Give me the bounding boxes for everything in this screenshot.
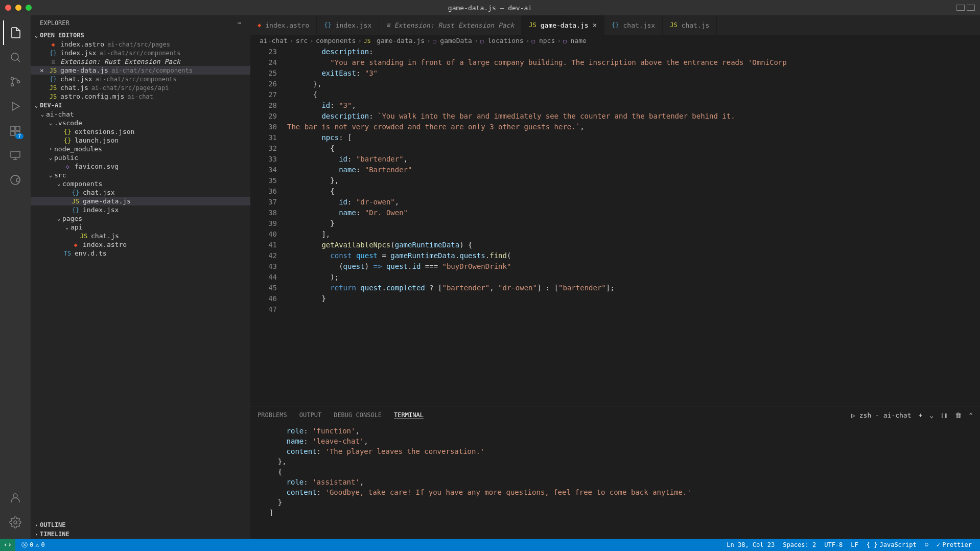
breadcrumb-item[interactable]: ▢ locations <box>480 37 524 44</box>
timeline-header[interactable]: › TIMELINE <box>31 530 250 539</box>
file-item[interactable]: TSenv.d.ts <box>31 249 250 258</box>
breadcrumb-item[interactable]: ▢ npcs <box>532 37 555 44</box>
close-tab-icon[interactable]: × <box>593 21 597 29</box>
file-name: chat.jsx <box>83 189 115 196</box>
folder-item[interactable]: ⌄src <box>31 171 250 179</box>
jsx-file-icon: {} <box>324 21 331 29</box>
status-spaces[interactable]: Spaces: 2 <box>779 541 820 548</box>
status-cursor[interactable]: Ln 38, Col 23 <box>722 541 779 548</box>
code-content[interactable]: description: "You are standing in front … <box>287 47 980 406</box>
kill-terminal-icon[interactable]: 🗑 <box>955 411 962 419</box>
status-encoding[interactable]: UTF-8 <box>820 541 847 548</box>
terminal-output[interactable]: role: 'function', name: 'leave-chat', co… <box>250 424 980 539</box>
file-item[interactable]: JSgame-data.js <box>31 197 250 205</box>
chevron-down-icon: ⌄ <box>63 224 71 231</box>
remote-explorer-icon[interactable] <box>3 143 28 168</box>
open-editor-item[interactable]: JSchat.jsai-chat/src/pages/api <box>31 83 250 92</box>
file-item[interactable]: ◆index.astro <box>31 240 250 249</box>
terminal-dropdown-icon[interactable]: ⌄ <box>929 411 934 419</box>
svg-file-icon: ◇ <box>62 163 73 170</box>
panel-tab-output[interactable]: OUTPUT <box>299 411 321 419</box>
explorer-icon[interactable] <box>3 20 28 45</box>
run-debug-icon[interactable] <box>3 94 28 119</box>
breadcrumb-item[interactable]: ▢ gameData <box>433 37 472 44</box>
folder-name: ai-chat <box>46 110 74 118</box>
editor-tab[interactable]: ◆index.astro <box>250 15 317 35</box>
accounts-icon[interactable] <box>3 486 28 510</box>
chevron-down-icon: ⌄ <box>47 172 54 178</box>
file-name: chat.js <box>91 232 119 240</box>
minimize-window[interactable] <box>15 5 21 11</box>
file-item[interactable]: {}extensions.json <box>31 127 250 136</box>
remote-button[interactable] <box>0 539 15 551</box>
line-gutter: 2324252627282930313233343536373839404142… <box>250 47 287 406</box>
status-errors[interactable]: ⓧ0 ⚠0 <box>17 541 49 549</box>
project-header[interactable]: ⌄ DEV-AI <box>31 101 250 110</box>
editor[interactable]: 2324252627282930313233343536373839404142… <box>250 47 980 406</box>
file-item[interactable]: ◇favicon.svg <box>31 162 250 171</box>
folder-item[interactable]: ⌄components <box>31 179 250 188</box>
settings-icon[interactable] <box>3 510 28 535</box>
open-editors-header[interactable]: ⌄ OPEN EDITORS <box>31 31 250 40</box>
breadcrumbs[interactable]: ai-chat›src›components›JS game-data.js›▢… <box>250 35 980 47</box>
open-editor-item[interactable]: {}index.jsxai-chat/src/components <box>31 49 250 57</box>
file-path: ai-chat/src/components <box>111 67 193 74</box>
breadcrumb-item[interactable]: ▢ name <box>563 37 587 44</box>
editor-tab[interactable]: JSchat.js <box>663 15 717 35</box>
panel-tab-terminal[interactable]: TERMINAL <box>394 411 424 419</box>
extensions-icon[interactable]: 7 <box>3 119 28 143</box>
close-editor-icon[interactable]: × <box>36 66 48 74</box>
astro-file-icon: ◆ <box>258 21 261 29</box>
file-name: astro.config.mjs <box>60 93 124 100</box>
folder-item[interactable]: ⌄public <box>31 153 250 162</box>
json-file-icon: {} <box>62 137 73 144</box>
open-editor-item[interactable]: ≡Extension: Rust Extension Pack <box>31 57 250 66</box>
editor-tab[interactable]: {}chat.jsx <box>604 15 663 35</box>
folder-item[interactable]: ⌄ai-chat <box>31 110 250 119</box>
maximize-window[interactable] <box>26 5 32 11</box>
maximize-panel-icon[interactable]: ⌃ <box>969 411 973 419</box>
breadcrumb-item[interactable]: ai-chat <box>260 37 288 44</box>
status-feedback-icon[interactable]: ☺ <box>921 541 932 548</box>
folder-item[interactable]: ⌄pages <box>31 214 250 223</box>
split-terminal-icon[interactable]: ⫿⫿ <box>941 411 948 419</box>
more-icon[interactable]: ⋯ <box>238 19 241 27</box>
file-item[interactable]: {}launch.json <box>31 136 250 145</box>
terminal-selector[interactable]: ▷ zsh - ai-chat <box>851 411 911 419</box>
file-item[interactable]: {}chat.jsx <box>31 188 250 197</box>
file-item[interactable]: JSchat.js <box>31 232 250 240</box>
open-editor-item[interactable]: ×JSgame-data.jsai-chat/src/components <box>31 66 250 75</box>
panel-tab-debug-console[interactable]: DEBUG CONSOLE <box>334 411 382 419</box>
editor-tab[interactable]: JSgame-data.js× <box>522 15 604 35</box>
panel-tab-problems[interactable]: PROBLEMS <box>258 411 287 419</box>
breadcrumb-item[interactable]: components <box>316 37 356 44</box>
status-lang[interactable]: { } JavaScript <box>862 541 921 548</box>
breadcrumb-item[interactable]: src <box>296 37 308 44</box>
editor-tab[interactable]: ≡Extension: Rust Extension Pack <box>379 15 522 35</box>
svg-point-10 <box>13 494 17 498</box>
search-icon[interactable] <box>3 45 28 70</box>
tab-label: Extension: Rust Extension Pack <box>394 21 514 29</box>
edge-icon[interactable] <box>3 168 28 192</box>
file-name: chat.js <box>60 84 88 91</box>
open-editor-item[interactable]: {}chat.jsxai-chat/src/components <box>31 75 250 83</box>
folder-name: api <box>71 223 82 231</box>
close-window[interactable] <box>5 5 11 11</box>
toggle-sidebar-icon[interactable] <box>967 5 975 11</box>
open-editor-item[interactable]: JSastro.config.mjsai-chat <box>31 92 250 101</box>
outline-header[interactable]: › OUTLINE <box>31 520 250 530</box>
folder-item[interactable]: ⌄api <box>31 223 250 232</box>
editor-tab[interactable]: {}index.jsx <box>317 15 379 35</box>
new-terminal-icon[interactable]: + <box>919 411 923 419</box>
open-editor-item[interactable]: ◆index.astroai-chat/src/pages <box>31 40 250 49</box>
file-item[interactable]: {}index.jsx <box>31 205 250 214</box>
bottom-panel: PROBLEMSOUTPUTDEBUG CONSOLETERMINAL ▷ zs… <box>250 406 980 539</box>
folder-item[interactable]: ›node_modules <box>31 145 250 153</box>
breadcrumb-item[interactable]: JS game-data.js <box>364 37 425 44</box>
toggle-panel-icon[interactable] <box>956 5 965 11</box>
folder-item[interactable]: ⌄.vscode <box>31 119 250 127</box>
source-control-icon[interactable] <box>3 70 28 94</box>
status-prettier[interactable]: ✓ Prettier <box>932 541 976 548</box>
status-eol[interactable]: LF <box>847 541 862 548</box>
file-name: chat.jsx <box>60 75 92 83</box>
